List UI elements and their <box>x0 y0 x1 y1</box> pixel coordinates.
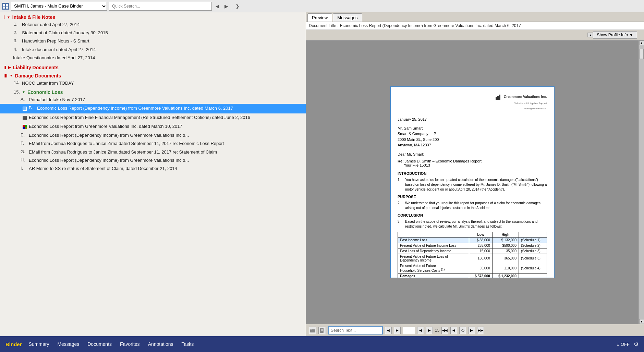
square-outline-icon <box>3 55 13 62</box>
scroll-track <box>639 45 644 319</box>
search-prev-btn[interactable]: ◀ <box>385 327 392 334</box>
triangle-down-15: ▼ <box>22 90 25 94</box>
company-logo: Greenmore Valuations Inc. Valuations & L… <box>495 94 547 110</box>
list-item-1[interactable]: 1. Retainer dated April 27, 2014 <box>0 21 306 29</box>
item-num-3: 3. <box>14 38 22 43</box>
sub-item-b-selected[interactable]: B. Economic Loss Report (Dependency Inco… <box>0 104 306 113</box>
search-text-input[interactable] <box>328 326 383 335</box>
square-selected-icon <box>21 105 29 112</box>
top-bar: SMITH, James - Main Case Binder ◀ ▶ ❯ <box>0 0 644 12</box>
doc-para-1: 1. You have asked us for an updated calc… <box>398 178 547 192</box>
nav-favorites[interactable]: Favorites <box>120 341 140 347</box>
page-icon[interactable] <box>318 327 326 334</box>
sub-item-a[interactable]: A. Primafact Intake Nov 7 2017 <box>0 96 306 104</box>
sub-letter-i: I. <box>21 166 29 171</box>
para-num-3: 3. <box>398 219 402 229</box>
tab-preview[interactable]: Preview <box>307 13 332 22</box>
sub-item-h[interactable]: H. Economic Loss Report (Dependency Inco… <box>0 156 306 165</box>
list-item-2[interactable]: 2. Statement of Claim dated January 30, … <box>0 29 306 37</box>
bottom-nav: Binder Summary Messages Documents Favori… <box>0 336 644 352</box>
next-page-btn[interactable]: ▶ <box>468 327 475 334</box>
roman-numeral-ii: II <box>3 65 6 70</box>
nav-tasks[interactable]: Tasks <box>182 341 194 347</box>
tab-messages[interactable]: Messages <box>333 13 362 22</box>
row3-high: 35,000 <box>492 248 519 254</box>
table-row-5: Present Value of FutureHousehold Service… <box>398 263 547 273</box>
search-next-btn[interactable]: ▶ <box>394 327 401 334</box>
folder-icon[interactable] <box>309 327 316 334</box>
row1-low: $ 88,000 <box>469 237 493 243</box>
table-row-damages: Damages $ 573,000 $ 1,232,000 <box>398 273 547 278</box>
quick-search-input[interactable] <box>109 2 212 11</box>
sub-text-d: Economic Loss Report from Greenmore Valu… <box>29 123 182 130</box>
table-header-high: High <box>492 232 519 237</box>
sub-letter-f: F. <box>21 141 29 146</box>
liability-docs-label: Liability Documents <box>13 65 59 70</box>
doc-viewer: Greenmore Valuations Inc. Valuations & L… <box>306 40 639 324</box>
row5-low: 55,000 <box>469 263 493 273</box>
doc-re-line: James D. Smith – Economic Damages Report <box>405 159 482 163</box>
doc-title-text: Economic Loss Report (Dependency Income)… <box>340 23 521 28</box>
nav-right-arrow[interactable]: ▶ <box>223 3 230 10</box>
item-15-header[interactable]: 15. ▼ Economic Loss <box>0 87 306 96</box>
list-item-3[interactable]: 3. Handwritten Prep Notes - S Smart <box>0 37 306 45</box>
show-profile-info-button[interactable]: Show Profile Info ▼ <box>593 31 637 39</box>
last-page-btn[interactable]: ▶▶ <box>477 327 484 334</box>
row3-label: Past Loss of Dependency Income <box>398 248 469 254</box>
sub-item-c[interactable]: Economic Loss Report from Fine Financial… <box>0 113 306 122</box>
section-ii-header[interactable]: II ▶ Liability Documents <box>0 63 306 71</box>
row1-note: (Schedule 1) <box>519 237 547 243</box>
nav-summary[interactable]: Summary <box>29 341 49 347</box>
item-num-4: 4. <box>14 47 22 52</box>
expand-arrow[interactable]: ❯ <box>234 3 241 10</box>
page-next-btn[interactable]: ▶ <box>426 327 433 334</box>
doc-page: Greenmore Valuations Inc. Valuations & L… <box>390 86 555 278</box>
doc-title-label: Document Title : <box>309 23 339 28</box>
prev-page-btn[interactable]: ◀ <box>450 327 457 334</box>
grid-icon-c <box>21 114 29 121</box>
scroll-down-btn[interactable]: ▼ <box>639 319 644 324</box>
list-item-4[interactable]: 4. Intake document dated April 27, 2014 <box>0 46 306 54</box>
row5-label: Present Value of FutureHousehold Service… <box>398 263 469 273</box>
list-item-5-container[interactable]: Intake Questionnaire dated April 27, 201… <box>0 54 306 63</box>
para-num-2: 2. <box>398 201 402 210</box>
sub-item-f[interactable]: F. EMail from Joshua Rodrigues to Janice… <box>0 139 306 148</box>
list-item-14[interactable]: 14. NOCC Letter from TODAY <box>0 79 306 87</box>
doc-addressee: Mr. Sam Smart <box>398 126 423 130</box>
nav-annotations[interactable]: Annotations <box>148 341 173 347</box>
sub-item-g[interactable]: G. EMail from Joshua Rodrigues to Janice… <box>0 148 306 156</box>
grid-colored-icon-d <box>21 123 29 130</box>
app-icon <box>2 3 9 10</box>
nav-documents[interactable]: Documents <box>87 341 112 347</box>
nav-messages[interactable]: Messages <box>57 341 79 347</box>
section-iii-header[interactable]: III ▼ Damage Documents <box>0 71 306 79</box>
doc-address: Mr. Sam Smart Smart & Company LLP 2000 M… <box>398 125 547 148</box>
viewer-toolbar: ◀ ▶ 2 ◀ ▶ 15 ◀◀ ◀ ◇ ▶ ▶▶ <box>306 324 644 336</box>
svg-rect-3 <box>6 7 8 9</box>
sub-item-e[interactable]: E. Economic Loss Report (Dependency Inco… <box>0 131 306 139</box>
sub-item-d[interactable]: Economic Loss Report from Greenmore Valu… <box>0 122 306 131</box>
page-prev-btn[interactable]: ◀ <box>417 327 424 334</box>
page-current-input[interactable]: 2 <box>403 327 415 334</box>
company-name: Greenmore Valuations Inc. <box>504 95 547 99</box>
economic-loss-label: Economic Loss <box>27 89 63 95</box>
gear-icon[interactable]: ⚙ <box>634 341 639 348</box>
row4-note: (Schedule 3) <box>519 254 547 263</box>
sub-text-h: Economic Loss Report (Dependency Income)… <box>29 157 189 163</box>
section-i-header[interactable]: I ▼ Intake & File Notes <box>0 12 306 21</box>
nav-left-arrow[interactable]: ◀ <box>214 3 221 10</box>
bottom-nav-binder-label[interactable]: Binder <box>5 341 22 347</box>
scroll-up-btn[interactable]: ▲ <box>639 40 644 45</box>
sub-item-i[interactable]: I. AR Memo to SS re status of Statement … <box>0 165 306 173</box>
scroll-thumb[interactable] <box>640 49 644 59</box>
doc-title-bar: Document Title : Economic Loss Report (D… <box>306 22 644 30</box>
diamond-btn[interactable]: ◇ <box>459 327 466 334</box>
item-num-15: 15. <box>14 89 20 95</box>
binder-select[interactable]: SMITH, James - Main Case Binder <box>11 2 107 11</box>
para-text-2: We understand that you require this repo… <box>405 201 547 210</box>
first-page-btn[interactable]: ◀◀ <box>441 327 448 334</box>
table-row-1: Past Income Loss $ 88,000 $ 132,000 (Sch… <box>398 237 547 243</box>
row-damages-label: Damages <box>398 273 469 278</box>
row3-note: (Schedule 3) <box>519 248 547 254</box>
nav-divider <box>232 3 232 10</box>
